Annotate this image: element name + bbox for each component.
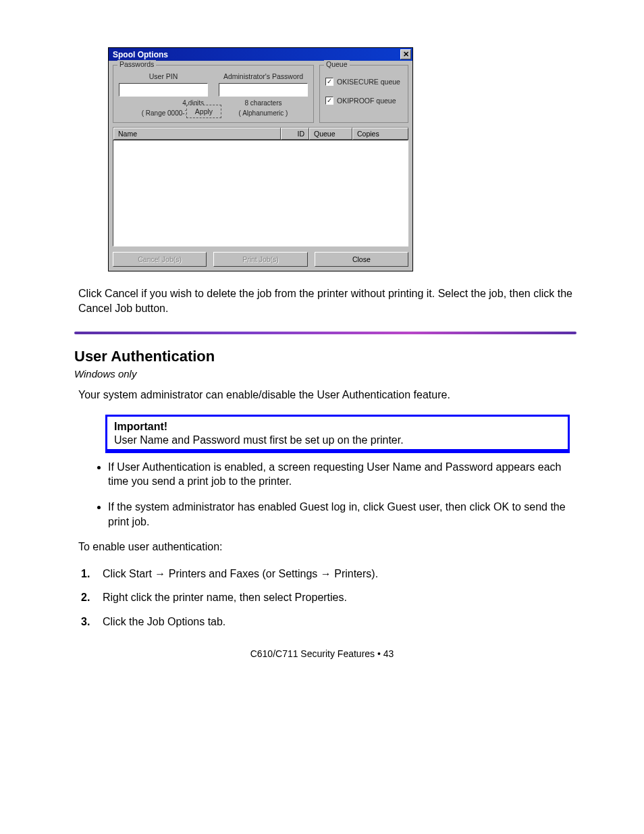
section-heading: User Authentication	[74, 348, 576, 365]
step-1-text: Click Start → Printers and Faxes (or Set…	[103, 567, 378, 581]
spool-options-dialog: Spool Options ✕ Passwords User PIN 4 dig…	[108, 47, 413, 271]
okisecure-label: OKISECURE queue	[337, 78, 400, 86]
paragraph-cancel: Click Cancel if you wish to delete the j…	[78, 286, 576, 315]
footer-product: C610/C711 Security Features •	[250, 648, 383, 659]
job-list-header: Name ID Queue Copies	[113, 127, 408, 140]
passwords-group: Passwords User PIN 4 digits ( Range 0000…	[113, 65, 314, 123]
col-name[interactable]: Name	[113, 128, 281, 140]
passwords-group-title: Passwords	[117, 60, 156, 68]
okiproof-checkbox[interactable]: ✓	[325, 97, 333, 105]
col-queue[interactable]: Queue	[309, 128, 352, 140]
admin-pw-label: Administrator's Password	[219, 72, 308, 80]
section-subtitle: Windows only	[74, 368, 576, 380]
queue-group: Queue ✓ OKISECURE queue ✓ OKIPROOF queue	[319, 65, 408, 123]
okisecure-checkbox[interactable]: ✓	[325, 78, 333, 86]
important-box: Important! User Name and Password must f…	[105, 415, 570, 453]
paragraph-intro: Your system administrator can enable/dis…	[78, 388, 576, 402]
admin-pw-hint1: 8 characters	[219, 99, 308, 107]
col-copies[interactable]: Copies	[352, 128, 408, 140]
user-pin-input[interactable]	[119, 83, 208, 97]
job-list-body[interactable]	[113, 140, 408, 246]
step-2: 2. Right click the printer name, then se…	[81, 590, 576, 605]
admin-pw-input[interactable]	[219, 83, 308, 97]
step-1: 1. Click Start → Printers and Faxes (or …	[81, 567, 576, 581]
queue-group-title: Queue	[324, 60, 350, 68]
footer-page: 43	[383, 648, 394, 659]
apply-button[interactable]: Apply	[186, 105, 221, 118]
paragraph-enable: To enable user authentication:	[78, 540, 576, 554]
print-jobs-button[interactable]: Print Job(s)	[213, 252, 307, 267]
step-2-num: 2.	[81, 590, 96, 605]
important-title: Important!	[114, 421, 561, 433]
cancel-jobs-button[interactable]: Cancel Job(s)	[113, 252, 207, 267]
section-divider	[74, 332, 576, 334]
col-id[interactable]: ID	[281, 128, 309, 140]
dialog-title: Spool Options	[113, 50, 168, 59]
bullet-1: If User Authentication is enabled, a scr…	[108, 460, 576, 489]
bullet-2: If the system administrator has enabled …	[108, 500, 576, 529]
step-3-num: 3.	[81, 615, 96, 629]
okiproof-label: OKIPROOF queue	[337, 97, 396, 105]
page-footer: C610/C711 Security Features • 43	[68, 648, 576, 659]
close-icon[interactable]: ✕	[400, 49, 411, 59]
step-2-text: Right click the printer name, then selec…	[103, 590, 347, 605]
admin-pw-hint2: ( Alphanumeric )	[219, 109, 308, 117]
step-3: 3. Click the Job Options tab.	[81, 615, 576, 629]
step-1-num: 1.	[81, 567, 96, 581]
job-list: Name ID Queue Copies	[113, 127, 408, 246]
user-pin-label: User PIN	[119, 72, 208, 80]
close-button[interactable]: Close	[315, 252, 408, 267]
important-body: User Name and Password must first be set…	[114, 434, 561, 446]
dialog-titlebar: Spool Options ✕	[109, 48, 412, 61]
step-3-text: Click the Job Options tab.	[103, 615, 225, 629]
